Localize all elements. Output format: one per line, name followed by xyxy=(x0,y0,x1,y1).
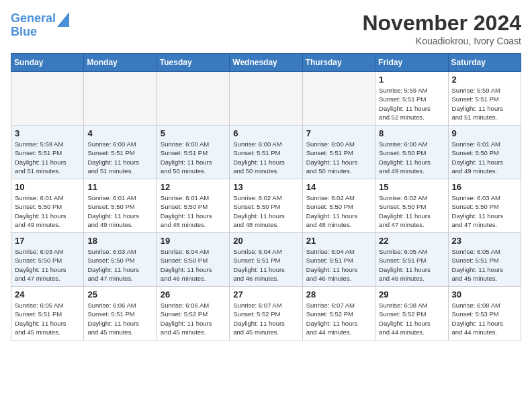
day-number: 3 xyxy=(15,128,80,138)
calendar-cell: 9Sunrise: 6:01 AM Sunset: 5:50 PM Daylig… xyxy=(448,126,521,179)
calendar-cell: 15Sunrise: 6:02 AM Sunset: 5:50 PM Dayli… xyxy=(375,179,448,233)
calendar-cell: 7Sunrise: 6:00 AM Sunset: 5:51 PM Daylig… xyxy=(302,126,375,179)
day-number: 26 xyxy=(161,289,226,300)
day-info: Sunrise: 6:04 AM Sunset: 5:51 PM Dayligh… xyxy=(233,247,298,283)
day-number: 29 xyxy=(379,289,444,300)
day-number: 2 xyxy=(452,75,517,85)
day-info: Sunrise: 6:07 AM Sunset: 5:52 PM Dayligh… xyxy=(233,301,298,336)
day-info: Sunrise: 6:03 AM Sunset: 5:50 PM Dayligh… xyxy=(87,247,152,283)
calendar-cell: 29Sunrise: 6:08 AM Sunset: 5:52 PM Dayli… xyxy=(375,287,448,340)
weekday-header-monday: Monday xyxy=(84,54,157,72)
month-title: November 2024 xyxy=(362,11,521,36)
day-number: 4 xyxy=(87,128,152,138)
day-number: 20 xyxy=(233,236,298,246)
day-number: 18 xyxy=(87,236,152,246)
location: Kouadiokrou, Ivory Coast xyxy=(362,36,521,46)
weekday-header-row: SundayMondayTuesdayWednesdayThursdayFrid… xyxy=(11,54,521,72)
calendar-week-1: 3Sunrise: 5:59 AM Sunset: 5:51 PM Daylig… xyxy=(11,126,521,179)
day-info: Sunrise: 6:00 AM Sunset: 5:51 PM Dayligh… xyxy=(233,140,298,175)
calendar-cell: 6Sunrise: 6:00 AM Sunset: 5:51 PM Daylig… xyxy=(230,126,302,179)
calendar-cell: 13Sunrise: 6:02 AM Sunset: 5:50 PM Dayli… xyxy=(230,179,302,233)
day-info: Sunrise: 6:06 AM Sunset: 5:52 PM Dayligh… xyxy=(161,301,226,336)
logo-arrow-icon xyxy=(57,12,69,27)
day-number: 22 xyxy=(379,236,444,246)
calendar-cell: 20Sunrise: 6:04 AM Sunset: 5:51 PM Dayli… xyxy=(230,233,302,287)
logo-blue: Blue xyxy=(11,26,69,39)
day-info: Sunrise: 6:04 AM Sunset: 5:51 PM Dayligh… xyxy=(306,247,371,283)
calendar-cell: 2Sunrise: 5:59 AM Sunset: 5:51 PM Daylig… xyxy=(448,72,521,126)
calendar-cell: 25Sunrise: 6:06 AM Sunset: 5:51 PM Dayli… xyxy=(84,287,157,340)
day-info: Sunrise: 6:08 AM Sunset: 5:52 PM Dayligh… xyxy=(379,301,444,336)
calendar-cell: 10Sunrise: 6:01 AM Sunset: 5:50 PM Dayli… xyxy=(11,179,84,233)
day-info: Sunrise: 6:05 AM Sunset: 5:51 PM Dayligh… xyxy=(452,247,517,283)
calendar-cell: 17Sunrise: 6:03 AM Sunset: 5:50 PM Dayli… xyxy=(11,233,84,287)
day-info: Sunrise: 6:05 AM Sunset: 5:51 PM Dayligh… xyxy=(15,301,80,336)
day-info: Sunrise: 6:01 AM Sunset: 5:50 PM Dayligh… xyxy=(452,140,517,175)
calendar-cell: 11Sunrise: 6:01 AM Sunset: 5:50 PM Dayli… xyxy=(84,179,157,233)
logo: General Blue xyxy=(11,11,69,39)
calendar-cell: 24Sunrise: 6:05 AM Sunset: 5:51 PM Dayli… xyxy=(11,287,84,340)
day-info: Sunrise: 6:06 AM Sunset: 5:51 PM Dayligh… xyxy=(87,301,152,336)
weekday-header-thursday: Thursday xyxy=(302,54,375,72)
day-number: 16 xyxy=(452,182,517,192)
day-info: Sunrise: 6:00 AM Sunset: 5:50 PM Dayligh… xyxy=(379,140,444,175)
day-number: 6 xyxy=(233,128,298,138)
day-info: Sunrise: 6:03 AM Sunset: 5:50 PM Dayligh… xyxy=(452,193,517,229)
day-number: 13 xyxy=(233,182,298,192)
page-header: General Blue November 2024 Kouadiokrou, … xyxy=(11,11,521,46)
day-number: 17 xyxy=(15,236,80,246)
day-number: 5 xyxy=(161,128,226,138)
calendar-cell: 14Sunrise: 6:02 AM Sunset: 5:50 PM Dayli… xyxy=(302,179,375,233)
day-number: 15 xyxy=(379,182,444,192)
day-number: 11 xyxy=(87,182,152,192)
day-info: Sunrise: 6:02 AM Sunset: 5:50 PM Dayligh… xyxy=(306,193,371,229)
day-info: Sunrise: 5:59 AM Sunset: 5:51 PM Dayligh… xyxy=(379,86,444,122)
calendar-week-2: 10Sunrise: 6:01 AM Sunset: 5:50 PM Dayli… xyxy=(11,179,521,233)
calendar-week-0: 1Sunrise: 5:59 AM Sunset: 5:51 PM Daylig… xyxy=(11,72,521,126)
calendar-cell xyxy=(157,72,229,126)
day-info: Sunrise: 6:02 AM Sunset: 5:50 PM Dayligh… xyxy=(233,193,298,229)
calendar-cell: 27Sunrise: 6:07 AM Sunset: 5:52 PM Dayli… xyxy=(230,287,302,340)
calendar-cell: 5Sunrise: 6:00 AM Sunset: 5:51 PM Daylig… xyxy=(157,126,229,179)
calendar-cell xyxy=(302,72,375,126)
day-info: Sunrise: 6:01 AM Sunset: 5:50 PM Dayligh… xyxy=(15,193,80,229)
calendar-cell: 16Sunrise: 6:03 AM Sunset: 5:50 PM Dayli… xyxy=(448,179,521,233)
day-info: Sunrise: 6:00 AM Sunset: 5:51 PM Dayligh… xyxy=(306,140,371,175)
day-number: 12 xyxy=(161,182,226,192)
day-info: Sunrise: 6:07 AM Sunset: 5:52 PM Dayligh… xyxy=(306,301,371,336)
weekday-header-tuesday: Tuesday xyxy=(157,54,229,72)
weekday-header-saturday: Saturday xyxy=(448,54,521,72)
title-block: November 2024 Kouadiokrou, Ivory Coast xyxy=(362,11,521,46)
day-info: Sunrise: 6:03 AM Sunset: 5:50 PM Dayligh… xyxy=(15,247,80,283)
calendar-table: SundayMondayTuesdayWednesdayThursdayFrid… xyxy=(11,53,521,340)
day-number: 19 xyxy=(161,236,226,246)
day-number: 7 xyxy=(306,128,371,138)
calendar-cell: 26Sunrise: 6:06 AM Sunset: 5:52 PM Dayli… xyxy=(157,287,229,340)
day-number: 1 xyxy=(379,75,444,85)
weekday-header-friday: Friday xyxy=(375,54,448,72)
calendar-week-3: 17Sunrise: 6:03 AM Sunset: 5:50 PM Dayli… xyxy=(11,233,521,287)
day-number: 27 xyxy=(233,289,298,300)
logo-text: General xyxy=(11,12,56,26)
day-info: Sunrise: 6:02 AM Sunset: 5:50 PM Dayligh… xyxy=(379,193,444,229)
day-info: Sunrise: 5:59 AM Sunset: 5:51 PM Dayligh… xyxy=(452,86,517,122)
day-number: 30 xyxy=(452,289,517,300)
day-info: Sunrise: 6:04 AM Sunset: 5:50 PM Dayligh… xyxy=(161,247,226,283)
calendar-cell: 4Sunrise: 6:00 AM Sunset: 5:51 PM Daylig… xyxy=(84,126,157,179)
calendar-cell xyxy=(230,72,302,126)
calendar-cell: 28Sunrise: 6:07 AM Sunset: 5:52 PM Dayli… xyxy=(302,287,375,340)
day-number: 23 xyxy=(452,236,517,246)
calendar-cell xyxy=(11,72,84,126)
calendar-cell: 1Sunrise: 5:59 AM Sunset: 5:51 PM Daylig… xyxy=(375,72,448,126)
day-number: 14 xyxy=(306,182,371,192)
day-info: Sunrise: 6:05 AM Sunset: 5:51 PM Dayligh… xyxy=(379,247,444,283)
calendar-cell: 22Sunrise: 6:05 AM Sunset: 5:51 PM Dayli… xyxy=(375,233,448,287)
day-number: 10 xyxy=(15,182,80,192)
day-info: Sunrise: 5:59 AM Sunset: 5:51 PM Dayligh… xyxy=(15,140,80,175)
day-number: 28 xyxy=(306,289,371,300)
day-info: Sunrise: 6:01 AM Sunset: 5:50 PM Dayligh… xyxy=(161,193,226,229)
day-number: 24 xyxy=(15,289,80,300)
day-number: 25 xyxy=(87,289,152,300)
day-info: Sunrise: 6:01 AM Sunset: 5:50 PM Dayligh… xyxy=(87,193,152,229)
calendar-cell: 21Sunrise: 6:04 AM Sunset: 5:51 PM Dayli… xyxy=(302,233,375,287)
